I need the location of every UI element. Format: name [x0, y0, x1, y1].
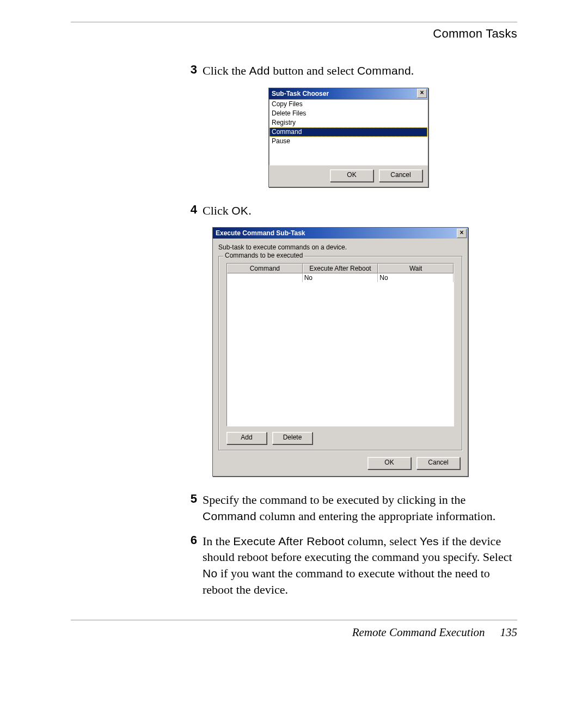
top-divider: [71, 22, 517, 22]
page-header: Common Tasks: [71, 27, 517, 41]
page-number: 135: [500, 626, 518, 639]
list-item[interactable]: Pause: [270, 137, 427, 146]
step-text: Specify the command to be executed by cl…: [203, 492, 517, 524]
subtask-chooser-dialog: Sub-Task Chooser × Copy Files Delete Fil…: [268, 88, 428, 187]
cell-command[interactable]: [227, 273, 303, 282]
list-item[interactable]: Copy Files: [270, 100, 427, 109]
step-3: 3 Click the Add button and select Comman…: [180, 63, 517, 79]
step-number: 6: [180, 533, 197, 547]
delete-button[interactable]: Delete: [272, 432, 313, 444]
step-6: 6 In the Execute After Reboot column, se…: [180, 533, 517, 598]
step-number: 4: [180, 203, 197, 217]
step-4: 4 Click OK.: [180, 203, 517, 219]
step-number: 3: [180, 63, 197, 77]
execute-command-dialog: Execute Command Sub-Task × Sub-task to e…: [212, 227, 468, 477]
groupbox-legend: Commands to be executed: [223, 252, 304, 259]
cell-wait[interactable]: No: [378, 273, 454, 282]
column-header-execute-after-reboot[interactable]: Execute After Reboot: [303, 264, 378, 273]
list-item[interactable]: Registry: [270, 118, 427, 127]
list-item-selected[interactable]: Command: [270, 127, 427, 137]
cancel-button[interactable]: Cancel: [416, 457, 460, 469]
footer-section: Remote Command Execution: [352, 626, 485, 639]
close-icon[interactable]: ×: [417, 89, 427, 98]
step-text: Click OK.: [203, 203, 517, 219]
list-item[interactable]: Delete Files: [270, 109, 427, 118]
dialog-titlebar[interactable]: Sub-Task Chooser ×: [269, 88, 428, 99]
table-row[interactable]: No No: [227, 273, 454, 282]
ok-button[interactable]: OK: [367, 457, 411, 469]
cancel-button[interactable]: Cancel: [379, 169, 422, 182]
ok-button[interactable]: OK: [330, 169, 373, 182]
step-5: 5 Specify the command to be executed by …: [180, 492, 517, 524]
add-button[interactable]: Add: [226, 432, 267, 444]
close-icon[interactable]: ×: [457, 229, 467, 238]
dialog-title: Execute Command Sub-Task: [216, 229, 305, 237]
step-text: Click the Add button and select Command.: [203, 63, 517, 79]
dialog-title: Sub-Task Chooser: [272, 90, 329, 97]
column-header-command[interactable]: Command: [227, 264, 303, 273]
dialog-titlebar[interactable]: Execute Command Sub-Task ×: [213, 228, 468, 239]
commands-groupbox: Commands to be executed Command Execute …: [218, 256, 462, 450]
subtask-listbox[interactable]: Copy Files Delete Files Registry Command…: [269, 99, 428, 166]
commands-table[interactable]: Command Execute After Reboot Wait No No: [226, 263, 454, 426]
step-number: 5: [180, 492, 197, 506]
column-header-wait[interactable]: Wait: [378, 264, 454, 273]
cell-execute-after-reboot[interactable]: No: [303, 273, 378, 282]
step-text: In the Execute After Reboot column, sele…: [203, 533, 517, 598]
